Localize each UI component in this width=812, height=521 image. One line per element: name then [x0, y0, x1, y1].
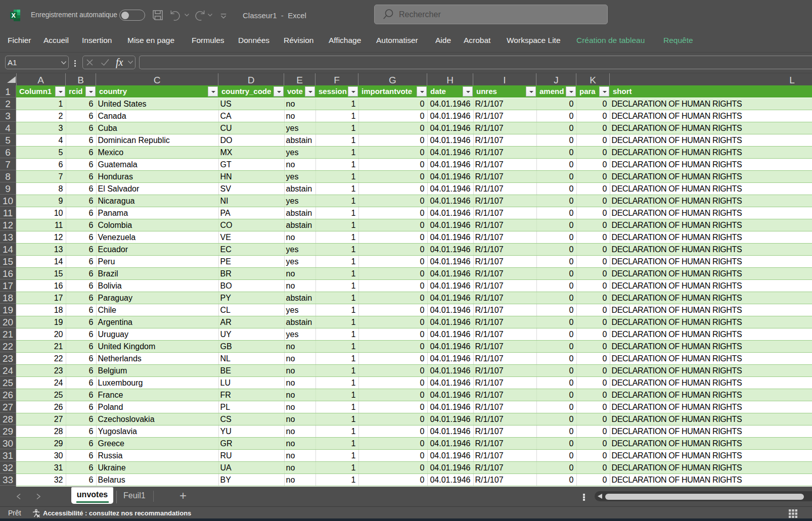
svg-text:X: X	[12, 12, 16, 19]
